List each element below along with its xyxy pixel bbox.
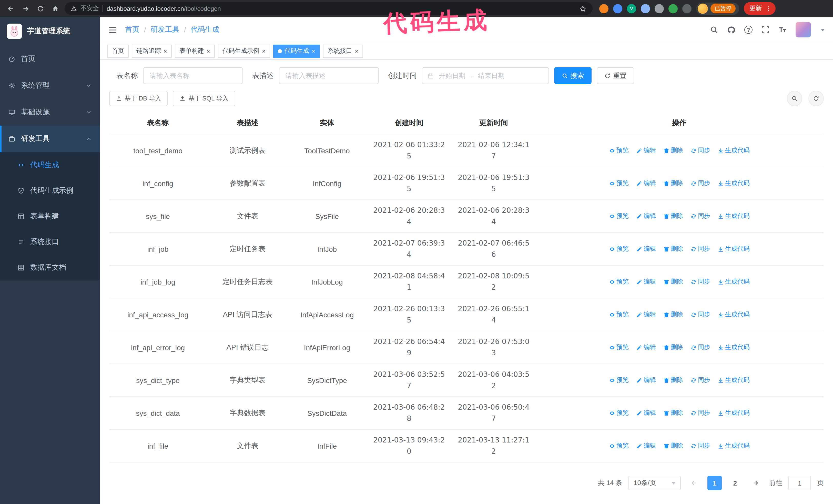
sync-link[interactable]: 同步 (690, 245, 710, 253)
help-icon[interactable]: ? (744, 26, 753, 34)
page-button-1[interactable]: 1 (708, 476, 722, 490)
extension-icon-3[interactable]: V (627, 4, 636, 13)
preview-link[interactable]: 预览 (609, 310, 629, 319)
tab-system-api[interactable]: 系统接口 × (323, 44, 363, 58)
extension-icon-4[interactable] (641, 4, 650, 13)
preview-link[interactable]: 预览 (609, 376, 629, 385)
sidebar-item-codegen-example[interactable]: 代码生成示例 (0, 178, 100, 203)
delete-link[interactable]: 删除 (663, 409, 683, 417)
preview-link[interactable]: 预览 (609, 245, 629, 253)
sync-link[interactable]: 同步 (690, 179, 710, 188)
browser-profile-chip[interactable]: 已暂停 (696, 2, 739, 15)
sidebar-item-dev-tools[interactable]: 研发工具 (0, 126, 100, 152)
next-page-button[interactable] (748, 476, 763, 490)
edit-link[interactable]: 编辑 (636, 146, 656, 155)
delete-link[interactable]: 删除 (663, 245, 683, 253)
import-sql-button[interactable]: 基于 SQL 导入 (173, 91, 235, 106)
delete-link[interactable]: 删除 (663, 146, 683, 155)
sidebar-item-codegen[interactable]: 代码生成 (0, 152, 100, 178)
sync-link[interactable]: 同步 (690, 212, 710, 220)
sync-link[interactable]: 同步 (690, 441, 710, 450)
sync-link[interactable]: 同步 (690, 146, 710, 155)
sidebar-item-db-doc[interactable]: 数据库文档 (0, 255, 100, 281)
delete-link[interactable]: 删除 (663, 376, 683, 385)
generate-code-link[interactable]: 生成代码 (717, 343, 750, 352)
preview-link[interactable]: 预览 (609, 179, 629, 188)
bookmark-star-icon[interactable] (579, 5, 587, 12)
edit-link[interactable]: 编辑 (636, 310, 656, 319)
sidebar-item-system-api[interactable]: 系统接口 (0, 229, 100, 255)
tab-close-icon[interactable]: × (207, 48, 210, 54)
sync-link[interactable]: 同步 (690, 343, 710, 352)
tab-close-icon[interactable]: × (262, 48, 265, 54)
table-name-input[interactable] (143, 67, 243, 84)
search-icon[interactable] (710, 26, 718, 34)
sidebar-item-infrastructure[interactable]: 基础设施 (0, 99, 100, 126)
tab-codegen[interactable]: 代码生成 × (273, 44, 320, 58)
tab-home[interactable]: 首页 (107, 44, 129, 58)
browser-menu-dots-icon[interactable] (765, 5, 771, 11)
sync-link[interactable]: 同步 (690, 409, 710, 417)
edit-link[interactable]: 编辑 (636, 278, 656, 286)
breadcrumb-home[interactable]: 首页 (125, 25, 139, 34)
preview-link[interactable]: 预览 (609, 212, 629, 220)
preview-link[interactable]: 预览 (609, 441, 629, 450)
address-bar[interactable]: 不安全 dashboard.yudao.iocoder.cn/tool/code… (65, 2, 593, 15)
generate-code-link[interactable]: 生成代码 (717, 212, 750, 220)
tab-close-icon[interactable]: × (164, 48, 167, 54)
edit-link[interactable]: 编辑 (636, 409, 656, 417)
delete-link[interactable]: 删除 (663, 212, 683, 220)
extension-icon-1[interactable] (599, 4, 609, 13)
delete-link[interactable]: 删除 (663, 179, 683, 188)
preview-link[interactable]: 预览 (609, 343, 629, 352)
browser-update-button[interactable]: 更新 (744, 2, 776, 15)
browser-home-button[interactable] (50, 3, 61, 14)
preview-link[interactable]: 预览 (609, 278, 629, 286)
tab-trace[interactable]: 链路追踪 × (132, 44, 172, 58)
sidebar-item-home[interactable]: 首页 (0, 46, 100, 72)
delete-link[interactable]: 删除 (663, 310, 683, 319)
font-size-icon[interactable] (778, 25, 787, 34)
sidebar-item-system-management[interactable]: 系统管理 (0, 72, 100, 99)
generate-code-link[interactable]: 生成代码 (717, 278, 750, 286)
browser-back-button[interactable] (5, 3, 17, 14)
tab-form-builder[interactable]: 表单构建 × (175, 44, 215, 58)
extension-icon-5[interactable] (654, 4, 664, 13)
toggle-search-button[interactable] (787, 91, 802, 106)
edit-link[interactable]: 编辑 (636, 179, 656, 188)
tab-close-icon[interactable]: × (355, 48, 358, 54)
security-label[interactable]: 不安全 (80, 4, 99, 13)
edit-link[interactable]: 编辑 (636, 212, 656, 220)
github-icon[interactable] (727, 25, 736, 34)
preview-link[interactable]: 预览 (609, 146, 629, 155)
prev-page-button[interactable] (687, 476, 701, 490)
extensions-puzzle-icon[interactable] (682, 4, 691, 13)
edit-link[interactable]: 编辑 (636, 376, 656, 385)
refresh-table-button[interactable] (808, 91, 824, 106)
sync-link[interactable]: 同步 (690, 310, 710, 319)
delete-link[interactable]: 删除 (663, 441, 683, 450)
generate-code-link[interactable]: 生成代码 (717, 441, 750, 450)
extension-icon-2[interactable] (613, 4, 622, 13)
import-db-button[interactable]: 基于 DB 导入 (109, 91, 168, 106)
edit-link[interactable]: 编辑 (636, 245, 656, 253)
table-desc-input[interactable] (279, 67, 379, 84)
sidebar-item-form-builder[interactable]: 表单构建 (0, 203, 100, 229)
generate-code-link[interactable]: 生成代码 (717, 409, 750, 417)
delete-link[interactable]: 删除 (663, 278, 683, 286)
sync-link[interactable]: 同步 (690, 278, 710, 286)
goto-page-input[interactable] (788, 476, 811, 490)
generate-code-link[interactable]: 生成代码 (717, 146, 750, 155)
generate-code-link[interactable]: 生成代码 (717, 245, 750, 253)
avatar-caret-icon[interactable] (821, 28, 825, 31)
browser-forward-button[interactable] (20, 3, 31, 14)
sync-link[interactable]: 同步 (690, 376, 710, 385)
tab-close-icon[interactable]: × (312, 48, 315, 54)
create-time-range-picker[interactable]: 开始日期 - 结束日期 (422, 67, 549, 84)
sidebar-fold-icon[interactable] (108, 25, 117, 34)
fullscreen-icon[interactable] (761, 26, 769, 34)
user-avatar[interactable] (795, 22, 811, 38)
generate-code-link[interactable]: 生成代码 (717, 376, 750, 385)
breadcrumb-dev-tools[interactable]: 研发工具 (151, 25, 180, 34)
reset-button[interactable]: 重置 (597, 67, 634, 84)
